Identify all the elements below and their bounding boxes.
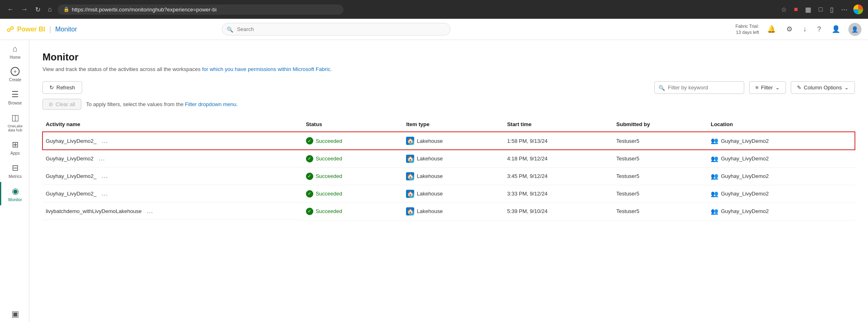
sidebar-item-workspaces[interactable]: ▣ [0,305,29,322]
table-row[interactable]: Guyhay_LivyDemo2…✓Succeeded🏠Lakehouse4:1… [42,150,855,167]
extension-icon[interactable]: ■ [792,4,800,15]
sidebar-item-browse[interactable]: ☰ Browse [0,85,29,109]
filter-button[interactable]: ≡ Filter ⌄ [749,81,785,94]
settings-button[interactable]: ⚙ [784,23,795,35]
refresh-label: Refresh [56,84,75,91]
success-checkmark-icon: ✓ [306,155,313,162]
filter-row: ⊘ Clear all To apply filters, select the… [42,99,855,110]
cell-activity-name: Guyhay_LivyDemo2_… [42,167,303,185]
cell-status: ✓Succeeded [303,185,403,202]
cell-location: 👥Guyhay_LivyDemo2 [707,167,855,185]
duplicate-icon[interactable]: ▯ [828,4,835,15]
refresh-button[interactable]: ↻ Refresh [42,81,82,94]
row-ellipsis-button[interactable]: … [96,154,107,163]
page-subtitle: View and track the status of the activit… [42,66,855,72]
lakehouse-icon: 🏠 [406,172,414,180]
location-workspace-icon: 👥 [711,190,718,198]
data-table: Activity name Status Item type Start tim… [42,117,855,220]
column-options-label: Column Options [804,84,842,91]
cell-submitted-by: Testuser5 [613,150,707,167]
cell-item-type: 🏠Lakehouse [403,132,504,150]
forward-button[interactable]: → [19,4,30,15]
col-start-time: Start time [504,117,613,132]
app-layout: ☍ Power BI | Monitor 🔍 Fabric Trial: 13 … [0,19,868,322]
address-bar[interactable]: 🔒 [58,4,344,15]
filter-chevron-icon: ⌄ [775,84,780,91]
browser-nav-buttons: ← → ↻ ⌂ [5,4,54,15]
notifications-button[interactable]: 🔔 [765,23,778,35]
sidebar-item-create[interactable]: + Create [0,63,29,85]
sidebar-item-metrics-label: Metrics [9,174,22,179]
profile-icon[interactable]: □ [817,4,824,15]
home-icon: ⌂ [13,44,18,53]
row-ellipsis-button[interactable]: … [144,207,156,215]
sidebar-item-home-label: Home [10,55,21,60]
sidebar-item-onelake[interactable]: ◫ OneLakedata hub [0,109,29,135]
cell-submitted-by: Testuser5 [613,202,707,220]
lakehouse-icon: 🏠 [406,155,414,163]
sidebar: ⌂ Home + Create ☰ Browse ◫ OneLakedata h… [0,19,29,322]
sidebar-item-onelake-label: OneLakedata hub [8,124,23,132]
location-workspace-icon: 👥 [711,155,718,162]
star-icon[interactable]: ☆ [779,4,788,15]
sidebar-item-home[interactable]: ⌂ Home [0,40,29,63]
fabric-trial-info: Fabric Trial: 13 days left [736,23,759,35]
apps-icon: ⊞ [12,140,19,149]
browser-refresh-button[interactable]: ↻ [33,4,43,15]
create-icon: + [11,67,20,76]
filter-keyword-input[interactable] [654,81,744,94]
extensions-icon[interactable]: ▦ [803,4,813,15]
download-button[interactable]: ↓ [801,24,809,35]
sidebar-item-monitor[interactable]: ◉ Monitor [0,182,29,205]
lakehouse-icon: 🏠 [406,190,414,198]
cell-item-type: 🏠Lakehouse [403,167,504,185]
location-workspace-icon: 👥 [711,208,718,215]
row-ellipsis-button[interactable]: … [99,171,110,180]
col-item-type: Item type [403,117,504,132]
cell-status: ✓Succeeded [303,132,403,150]
table-body: Guyhay_LivyDemo2_…✓Succeeded🏠Lakehouse1:… [42,132,855,220]
url-input[interactable] [72,7,338,13]
lakehouse-icon: 🏠 [406,207,414,215]
cell-location: 👥Guyhay_LivyDemo2 [707,132,855,150]
sidebar-item-metrics[interactable]: ⊟ Metrics [0,159,29,182]
browser-chrome: ← → ↻ ⌂ 🔒 ☆ ■ ▦ □ ▯ ⋯ [0,0,868,19]
cell-start-time: 1:58 PM, 9/13/24 [504,132,613,150]
column-options-button[interactable]: ✎ Column Options ⌄ [791,81,855,94]
share-button[interactable]: 👤 [829,23,843,35]
back-button[interactable]: ← [5,4,16,15]
cell-start-time: 3:33 PM, 9/12/24 [504,185,613,202]
table-row[interactable]: Guyhay_LivyDemo2_…✓Succeeded🏠Lakehouse1:… [42,132,855,150]
clear-icon: ⊘ [49,101,53,107]
table-row[interactable]: Guyhay_LivyDemo2_…✓Succeeded🏠Lakehouse3:… [42,167,855,185]
table-row[interactable]: Guyhay_LivyDemo2_…✓Succeeded🏠Lakehouse3:… [42,185,855,202]
cell-activity-name: Guyhay_LivyDemo2_… [42,132,303,150]
clear-all-button[interactable]: ⊘ Clear all [42,99,81,110]
cell-status: ✓Succeeded [303,202,403,220]
filter-hint-link[interactable]: Filter dropdown menu. [185,101,238,107]
success-checkmark-icon: ✓ [306,137,313,144]
brand-separator: | [49,25,51,33]
avatar[interactable]: 👤 [848,23,861,36]
cell-activity-name: Guyhay_LivyDemo2… [42,150,303,167]
more-icon[interactable]: ⋯ [839,4,849,15]
lakehouse-icon: 🏠 [406,137,414,145]
help-button[interactable]: ? [815,24,823,35]
row-ellipsis-button[interactable]: … [99,136,110,145]
row-ellipsis-button[interactable]: … [99,189,110,198]
topbar-search-input[interactable] [222,23,451,36]
content-inner: Monitor View and track the status of the… [29,40,868,229]
onelake-icon: ◫ [11,113,19,122]
col-activity-name: Activity name [42,117,303,132]
home-button[interactable]: ⌂ [45,4,54,15]
table-header: Activity name Status Item type Start tim… [42,117,855,132]
cell-status: ✓Succeeded [303,150,403,167]
table-row[interactable]: livybatchdemo_withLivyDemoLakehouse…✓Suc… [42,202,855,220]
subtitle-link[interactable]: for which you have permissions within Mi… [202,66,332,72]
cell-start-time: 3:45 PM, 9/12/24 [504,167,613,185]
sidebar-item-monitor-label: Monitor [8,198,22,202]
column-options-chevron-icon: ⌄ [844,84,849,91]
cell-item-type: 🏠Lakehouse [403,150,504,167]
sidebar-item-apps[interactable]: ⊞ Apps [0,135,29,159]
workspaces-icon: ▣ [11,309,19,319]
